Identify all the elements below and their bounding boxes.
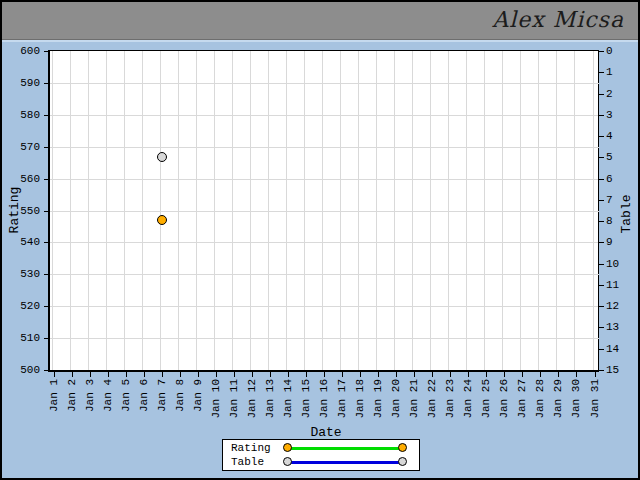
x-tick-label: Jan 29: [551, 379, 565, 419]
x-tick-label: Jan 5: [119, 379, 133, 412]
x-tick: [90, 372, 91, 377]
x-tick: [432, 372, 433, 377]
x-tick: [234, 372, 235, 377]
x-tick-label: Jan 24: [461, 379, 475, 419]
x-tick-label: Jan 10: [209, 379, 223, 419]
gridline-horizontal: [50, 211, 599, 212]
x-tick: [342, 372, 343, 377]
x-tick: [324, 372, 325, 377]
legend-marker-left: [283, 457, 292, 466]
x-tick: [504, 372, 505, 377]
right-tick: [598, 72, 604, 73]
legend-line-rating: [287, 447, 403, 450]
x-tick-label: Jan 27: [515, 379, 529, 419]
legend-series-label: Rating: [231, 442, 283, 455]
left-axis-title: Rating: [8, 187, 22, 234]
gridline-horizontal: [50, 338, 599, 339]
x-tick: [360, 372, 361, 377]
left-tick: [44, 242, 50, 243]
plot-area: [48, 50, 599, 372]
x-tick: [450, 372, 451, 377]
x-tick-label: Jan 22: [425, 379, 439, 419]
x-tick: [54, 372, 55, 377]
left-tick: [44, 83, 50, 84]
legend-line-table: [287, 461, 403, 464]
x-tick: [180, 372, 181, 377]
x-tick: [414, 372, 415, 377]
x-tick-label: Jan 19: [371, 379, 385, 419]
legend-marker-right: [398, 457, 407, 466]
x-tick-label: Jan 8: [173, 379, 187, 412]
right-tick-label: 1: [606, 65, 636, 79]
right-tick: [598, 94, 604, 95]
gridline-horizontal: [50, 242, 599, 243]
x-tick-label: Jan 9: [191, 379, 205, 412]
x-tick-label: Jan 30: [569, 379, 583, 419]
right-axis-title: Table: [620, 194, 634, 233]
right-tick: [598, 285, 604, 286]
x-tick-label: Jan 3: [83, 379, 97, 412]
gridline-horizontal: [50, 306, 599, 307]
left-tick-label: 530: [2, 267, 40, 281]
x-tick: [144, 372, 145, 377]
player-name-title: Alex Micsa: [492, 7, 624, 32]
right-tick-label: 11: [606, 278, 636, 292]
x-tick-label: Jan 1: [47, 379, 61, 412]
x-tick-label: Jan 18: [353, 379, 367, 419]
x-tick-label: Jan 26: [497, 379, 511, 419]
right-tick-label: 10: [606, 257, 636, 271]
legend-row-table: Table: [231, 456, 411, 469]
gridline-horizontal: [50, 83, 599, 84]
right-tick: [598, 264, 604, 265]
x-tick: [252, 372, 253, 377]
right-tick-label: 3: [606, 108, 636, 122]
left-tick: [44, 115, 50, 116]
x-tick-label: Jan 2: [65, 379, 79, 412]
right-tick: [598, 221, 604, 222]
left-tick: [44, 370, 50, 371]
legend-box: RatingTable: [222, 439, 420, 471]
x-tick-label: Jan 7: [155, 379, 169, 412]
data-point-table: [157, 152, 167, 162]
left-tick-label: 600: [2, 44, 40, 58]
right-tick: [598, 242, 604, 243]
x-tick-label: Jan 14: [281, 379, 295, 419]
chart-panel: Jan 1Jan 2Jan 3Jan 4Jan 5Jan 6Jan 7Jan 8…: [2, 40, 638, 478]
right-tick-label: 5: [606, 150, 636, 164]
x-tick: [378, 372, 379, 377]
right-tick-label: 9: [606, 235, 636, 249]
right-tick: [598, 179, 604, 180]
legend-marker-left: [283, 443, 292, 452]
gridline-horizontal: [50, 115, 599, 116]
left-tick-label: 590: [2, 76, 40, 90]
x-tick: [486, 372, 487, 377]
x-tick: [540, 372, 541, 377]
left-tick: [44, 338, 50, 339]
x-axis-title: Date: [288, 425, 364, 440]
x-tick: [162, 372, 163, 377]
x-tick: [558, 372, 559, 377]
gridline-horizontal: [50, 274, 599, 275]
right-tick-label: 15: [606, 363, 636, 377]
x-tick-label: Jan 12: [245, 379, 259, 419]
app-window: Alex Micsa Jan 1Jan 2Jan 3Jan 4Jan 5Jan …: [0, 0, 640, 480]
x-tick-label: Jan 6: [137, 379, 151, 412]
x-tick-label: Jan 15: [299, 379, 313, 419]
right-tick-label: 2: [606, 87, 636, 101]
right-tick-label: 0: [606, 44, 636, 58]
x-tick: [108, 372, 109, 377]
right-tick: [598, 136, 604, 137]
left-tick-label: 540: [2, 235, 40, 249]
x-tick-label: Jan 16: [317, 379, 331, 419]
x-tick: [468, 372, 469, 377]
legend-series-label: Table: [231, 456, 283, 469]
right-tick: [598, 115, 604, 116]
x-tick: [576, 372, 577, 377]
left-tick: [44, 147, 50, 148]
legend-line-sample: [283, 442, 407, 455]
right-tick-label: 4: [606, 129, 636, 143]
left-tick: [44, 211, 50, 212]
x-tick: [288, 372, 289, 377]
right-tick: [598, 51, 604, 52]
right-tick: [598, 200, 604, 201]
